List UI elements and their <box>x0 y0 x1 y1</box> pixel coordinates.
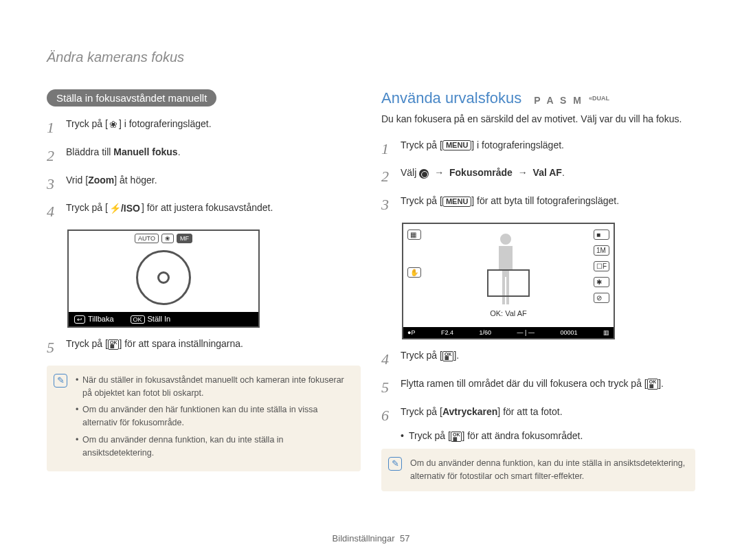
section-pill: Ställa in fokusavståndet manuellt <box>47 89 216 107</box>
ok-button-icon: OK▦ <box>647 379 659 389</box>
arrow-icon: → <box>434 167 444 178</box>
chip-macro-icon: ❀ <box>161 234 174 243</box>
ok-button-icon: OK▦ <box>108 339 120 350</box>
size-icon: 1M <box>594 245 609 256</box>
page-body: Ställa in fokusavståndet manuellt Tryck … <box>0 0 742 512</box>
step-2: Bläddra till Manuell fokus. <box>47 146 361 167</box>
lcd-manual-focus: AUTO ❀ MF ↩Tillbaka OKStäll In <box>67 229 260 328</box>
menu-key-icon: MENU <box>442 140 471 150</box>
ev-bar-icon: — | — <box>517 329 535 336</box>
left-steps: Tryck på [❀] i fotograferingsläget. Bläd… <box>47 117 361 223</box>
battery-icon: ■ <box>594 229 609 240</box>
ok-val-af-label: OK: Val AF <box>403 309 614 317</box>
camera-icon <box>419 169 429 179</box>
note-right: ✎ Om du använder denna funktion, kan du … <box>381 449 695 491</box>
page-header: Ändra kamerans fokus <box>47 49 184 65</box>
step-4: Tryck på [⚡/ISO] för att justera fokusav… <box>47 201 361 223</box>
note-item: När du ställer in fokusavståndet manuell… <box>76 374 351 400</box>
right-steps: Tryck på [MENU] i fotograferingsläget. V… <box>381 139 695 216</box>
ok-button-icon: OK▦ <box>451 432 462 442</box>
flower-icon: ❀ <box>109 118 117 132</box>
back-icon: ↩ <box>74 315 85 324</box>
storage-icon: ▥ <box>603 329 609 336</box>
note-item: Om du använder denna funktion, kan du in… <box>76 434 351 460</box>
intro-text: Du kan fokusera på en särskild del av mo… <box>381 113 695 126</box>
step-4: Tryck på [OK▦]. <box>381 349 695 370</box>
left-column: Ställa in fokusavståndet manuellt Tryck … <box>47 41 361 491</box>
menu-key-icon: MENU <box>442 197 471 207</box>
dual-mode-icon: «DUAL <box>589 95 609 106</box>
flash-iso-icon: ⚡/ISO <box>109 202 140 216</box>
page-footer: Bildinställningar 57 <box>0 533 742 544</box>
info-icon: ✎ <box>54 374 67 388</box>
right-column: Använda urvalsfokus P A S M «DUAL Du kan… <box>381 41 695 491</box>
step-1: Tryck på [❀] i fotograferingsläget. <box>47 117 361 139</box>
ok-tag-icon: OK <box>131 315 145 324</box>
step-6: Tryck på [Avtryckaren] för att ta fotot. <box>381 405 695 427</box>
step-5: Flytta ramen till området där du vill fo… <box>381 377 695 399</box>
chip-auto: AUTO <box>135 234 159 243</box>
step-2: Välj → Fokusområde → Val AF. <box>381 166 695 188</box>
focus-dial-icon <box>136 250 191 305</box>
grid-icon: ▦ <box>407 229 421 240</box>
step-3: Vrid [Zoom] åt höger. <box>47 174 361 195</box>
section-title: Använda urvalsfokus <box>381 89 521 107</box>
arrow-icon: → <box>518 167 528 178</box>
note-left: ✎ När du ställer in fokusavståndet manue… <box>47 366 361 472</box>
quality-icon: ☐F <box>594 261 609 271</box>
mode-p-icon: ●P <box>407 329 415 336</box>
ok-button-icon: OK▦ <box>442 351 454 361</box>
lcd-selection-af: ▦ ✋ ■ 1M ☐F ✱ ⊘ OK: Val AF ●P F2.4 1/60 … <box>402 223 615 339</box>
info-icon: ✎ <box>388 457 402 471</box>
mode-icons: P A S M «DUAL <box>534 95 609 106</box>
sub-bullet: Tryck på [OK▦] för att ändra fokusområde… <box>401 430 695 442</box>
focus-box <box>487 269 530 297</box>
shake-icon: ✋ <box>407 267 421 278</box>
right-steps-b: Tryck på [OK▦]. Flytta ramen till område… <box>381 349 695 426</box>
step-1: Tryck på [MENU] i fotograferingsläget. <box>381 139 695 160</box>
note-item: Om du använder den här funktionen kan du… <box>76 403 351 429</box>
star-icon: ✱ <box>594 277 609 287</box>
step-3: Tryck på [MENU] för att byta till fotogr… <box>381 194 695 216</box>
no-flash-icon: ⊘ <box>594 293 609 303</box>
step-5: Tryck på [OK▦] för att spara inställning… <box>47 337 361 359</box>
chip-mf: MF <box>177 234 192 243</box>
left-steps-b: Tryck på [OK▦] för att spara inställning… <box>47 337 361 359</box>
